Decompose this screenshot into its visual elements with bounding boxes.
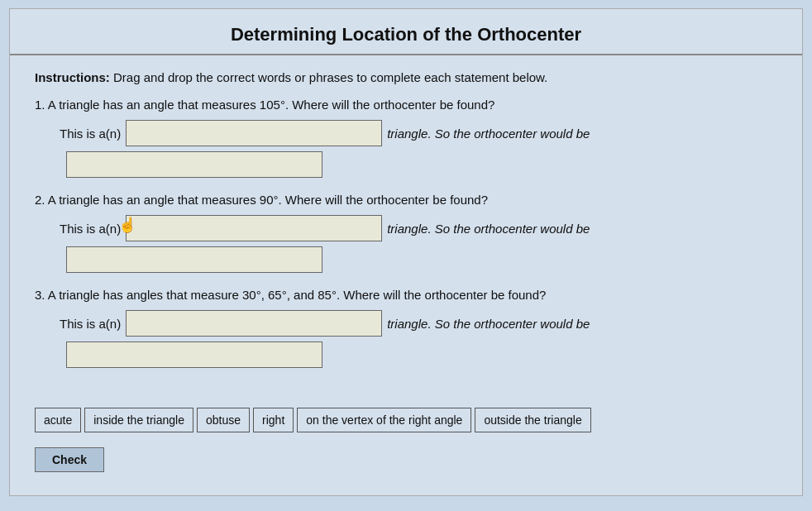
main-container: Determining Location of the Orthocenter … — [9, 8, 803, 496]
drop-zone-1b[interactable] — [66, 151, 322, 178]
question-number-2: 2. — [35, 193, 45, 207]
question-block-3: 3. A triangle has angles that measure 30… — [35, 288, 777, 368]
question-text-3: 3. A triangle has angles that measure 30… — [35, 288, 777, 302]
drop-zone-2b[interactable] — [66, 246, 322, 273]
drop-zone-3b[interactable] — [66, 341, 322, 368]
after-label-1: triangle. So the orthocenter would be — [387, 127, 590, 141]
word-chip-acute[interactable]: acute — [35, 408, 81, 432]
question-body-2: A triangle has an angle that measures 90… — [48, 193, 488, 207]
after-label-3: triangle. So the orthocenter would be — [387, 317, 590, 331]
word-chip-outside-triangle[interactable]: outside the triangle — [475, 408, 590, 432]
drop-zone-1a[interactable] — [126, 120, 382, 146]
label-1: This is a(n) — [60, 127, 121, 141]
answer-row-1a: This is a(n) triangle. So the orthocente… — [60, 120, 777, 146]
question-body-1: A triangle has an angle that measures 10… — [48, 98, 495, 112]
question-block-2: 2. A triangle has an angle that measures… — [35, 193, 777, 273]
word-chip-right[interactable]: right — [253, 408, 294, 432]
label-3: This is a(n) — [60, 317, 121, 331]
drag-cursor-icon: ☝ — [118, 216, 136, 234]
answer-row-2a: This is a(n) ☝ triangle. So the orthocen… — [60, 215, 777, 241]
word-chip-inside-triangle[interactable]: inside the triangle — [84, 408, 193, 432]
answer-row-1b — [60, 151, 777, 178]
check-button[interactable]: Check — [35, 447, 104, 472]
word-chip-obtuse[interactable]: obtuse — [197, 408, 250, 432]
question-number-1: 1. — [35, 98, 45, 112]
word-chip-on-vertex[interactable]: on the vertex of the right angle — [297, 408, 471, 432]
question-text-1: 1. A triangle has an angle that measures… — [35, 98, 777, 112]
after-label-2: triangle. So the orthocenter would be — [387, 222, 590, 236]
question-number-3: 3. — [35, 288, 45, 302]
title-bar: Determining Location of the Orthocenter — [10, 9, 802, 55]
question-body-3: A triangle has angles that measure 30°, … — [48, 288, 547, 302]
content-area: Instructions: Drag and drop the correct … — [10, 55, 802, 391]
answer-row-3a: This is a(n) triangle. So the orthocente… — [60, 310, 777, 337]
question-block-1: 1. A triangle has an angle that measures… — [35, 98, 777, 178]
question-text-2: 2. A triangle has an angle that measures… — [35, 193, 777, 207]
instructions-text: Drag and drop the correct words or phras… — [110, 70, 547, 84]
instructions: Instructions: Drag and drop the correct … — [35, 70, 777, 84]
answer-row-3b — [60, 341, 777, 368]
instructions-bold: Instructions: — [35, 70, 110, 84]
drop-zone-2a[interactable]: ☝ — [126, 215, 382, 241]
label-2: This is a(n) — [60, 222, 121, 236]
page-title: Determining Location of the Orthocenter — [18, 24, 794, 45]
drop-zone-3a[interactable] — [126, 310, 382, 337]
word-bank: acute inside the triangle obtuse right o… — [10, 399, 802, 441]
answer-row-2b — [60, 246, 777, 273]
